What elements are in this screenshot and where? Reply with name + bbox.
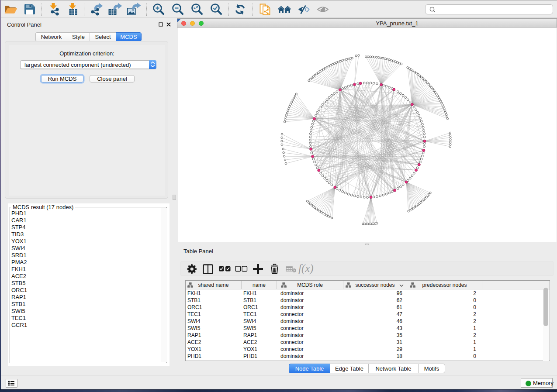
svg-text:f(x): f(x) (298, 263, 314, 275)
